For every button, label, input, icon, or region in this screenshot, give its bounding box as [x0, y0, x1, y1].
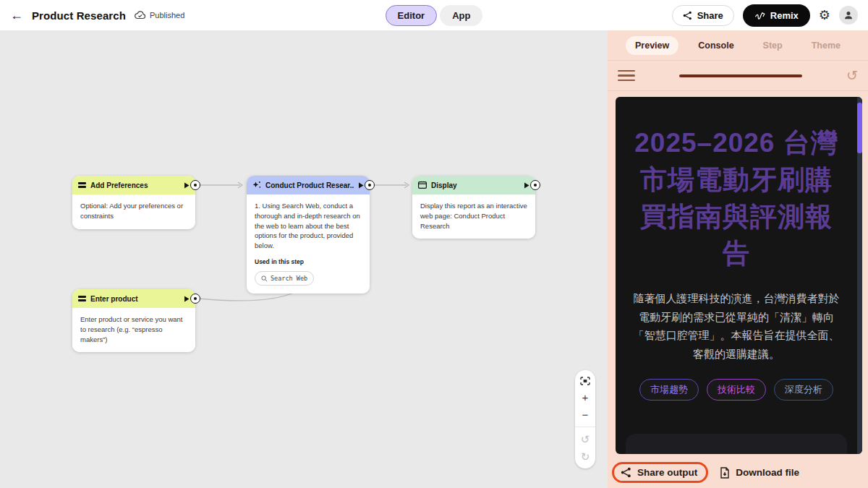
tab-theme[interactable]: Theme: [802, 36, 850, 55]
run-step-button[interactable]: [184, 296, 190, 302]
undo-button[interactable]: ↺: [581, 434, 590, 445]
tab-app[interactable]: App: [440, 5, 482, 26]
top-bar: ← Product Research Published Editor App …: [0, 0, 868, 30]
run-step-button[interactable]: [184, 182, 190, 189]
refresh-icon[interactable]: ↺: [846, 69, 858, 82]
node-conduct-product-research[interactable]: Conduct Product Resear... 1. Using Searc…: [247, 176, 370, 294]
person-icon: [843, 10, 854, 20]
node-header[interactable]: Conduct Product Resear...: [247, 176, 370, 194]
run-step-button[interactable]: [524, 182, 529, 189]
share-output-label: Share output: [637, 467, 697, 478]
preview-scrollbar-track[interactable]: [857, 97, 862, 454]
badge-market-trend: 市場趨勢: [639, 379, 699, 401]
output-port[interactable]: [190, 180, 200, 190]
editor-app-toggle: Editor App: [386, 5, 483, 26]
node-title: Add Preferences: [90, 181, 179, 189]
input-field-icon: [78, 295, 86, 302]
node-header[interactable]: Add Preferences: [72, 176, 195, 194]
share-icon: [621, 467, 631, 478]
used-in-step-label: Used in this step: [255, 257, 362, 266]
panel-tab-bar: Preview Console Step Theme: [608, 30, 868, 61]
settings-gear-icon[interactable]: ⚙: [819, 9, 830, 22]
redo-button[interactable]: ↻: [581, 451, 590, 462]
progress-bar-track: [635, 74, 846, 77]
report-preview-frame[interactable]: 2025–2026 台灣市場電動牙刷購買指南與評測報告 隨著個人護理科技的演進，…: [616, 97, 862, 454]
run-step-button[interactable]: [358, 182, 364, 189]
node-body: Enter product or service you want to res…: [72, 308, 195, 352]
panel-footer: Share output Download file: [608, 457, 868, 488]
progress-bar: [679, 74, 802, 77]
magnifier-icon: [261, 275, 268, 282]
search-web-tool-chip[interactable]: Search Web: [255, 271, 314, 286]
remix-pen-icon: [754, 11, 765, 20]
input-field-icon: [78, 181, 86, 189]
report-content: 2025–2026 台灣市場電動牙刷購買指南與評測報告 隨著個人護理科技的演進，…: [616, 97, 857, 454]
node-add-preferences[interactable]: Add Preferences Optional: Add your prefe…: [72, 176, 195, 229]
fit-to-screen-button[interactable]: [580, 377, 590, 385]
app-window: ← Product Research Published Editor App …: [0, 0, 868, 488]
report-title: 2025–2026 台灣市場電動牙刷購買指南與評測報告: [629, 124, 844, 272]
tab-step[interactable]: Step: [754, 36, 792, 55]
preview-toolbar: ↺: [608, 61, 868, 91]
node-description: Display this report as an interactive we…: [420, 201, 527, 231]
share-output-button[interactable]: Share output: [621, 467, 697, 478]
node-title: Display: [431, 181, 519, 189]
browser-window-icon: [418, 181, 427, 189]
remix-button[interactable]: Remix: [743, 4, 810, 27]
tab-editor[interactable]: Editor: [386, 5, 438, 26]
node-description: Enter product or service you want to res…: [80, 314, 187, 344]
sparkle-icon: [252, 181, 261, 189]
fit-screen-icon: [580, 377, 590, 385]
node-body: Display this report as an interactive we…: [412, 194, 535, 239]
download-file-icon: [720, 467, 730, 479]
node-body: 1. Using Search Web, conduct a thorough …: [247, 194, 370, 294]
download-file-label: Download file: [736, 467, 799, 478]
node-display[interactable]: Display Display this report as an intera…: [412, 176, 535, 239]
page-title: Product Research: [32, 9, 126, 22]
cloud-published-icon: [135, 11, 146, 20]
highlight-annotation: Share output: [612, 462, 708, 483]
node-description: Optional: Add your preferences or constr…: [80, 201, 187, 221]
download-file-button[interactable]: Download file: [720, 467, 799, 479]
report-intro: 隨著個人護理科技的演進，台灣消費者對於電動牙刷的需求已從單純的「清潔」轉向「智慧…: [631, 289, 841, 363]
canvas-zoom-controls: + − ↺ ↻: [575, 370, 595, 468]
report-badges: 市場趨勢 技術比較 深度分析: [616, 379, 857, 401]
share-button[interactable]: Share: [672, 5, 734, 26]
node-header[interactable]: Enter product: [72, 289, 195, 308]
tool-chip-label: Search Web: [271, 274, 307, 283]
output-port[interactable]: [530, 180, 540, 190]
node-enter-product[interactable]: Enter product Enter product or service y…: [72, 289, 195, 352]
remix-label: Remix: [770, 10, 799, 21]
divider: [575, 427, 595, 427]
preview-scrollbar-thumb[interactable]: [857, 103, 862, 153]
badge-tech-compare: 技術比較: [707, 379, 766, 401]
node-body: Optional: Add your preferences or constr…: [72, 194, 195, 229]
workflow-canvas[interactable]: Add Preferences Optional: Add your prefe…: [0, 30, 608, 488]
back-arrow-icon[interactable]: ←: [10, 9, 23, 22]
tab-preview[interactable]: Preview: [626, 36, 678, 55]
share-icon: [683, 11, 692, 20]
share-label: Share: [697, 10, 723, 21]
tab-console[interactable]: Console: [689, 36, 743, 55]
output-port[interactable]: [190, 294, 200, 304]
node-title: Enter product: [90, 295, 179, 303]
badge-deep-analysis: 深度分析: [774, 379, 833, 401]
published-label: Published: [150, 11, 184, 20]
report-section-card: 1. 市場概況與趨勢 (Market Overview) 目前台灣電動牙刷市場正…: [626, 434, 847, 454]
node-header[interactable]: Display: [412, 176, 535, 194]
published-status: Published: [135, 11, 184, 20]
zoom-out-button[interactable]: −: [582, 409, 589, 420]
node-title: Conduct Product Resear...: [265, 181, 354, 189]
node-description: 1. Using Search Web, conduct a thorough …: [255, 201, 362, 251]
user-avatar[interactable]: [839, 6, 858, 25]
output-port[interactable]: [365, 180, 375, 190]
preview-panel: Preview Console Step Theme ↺ 2025–2026 台…: [608, 30, 868, 488]
menu-icon[interactable]: [618, 70, 635, 81]
zoom-in-button[interactable]: +: [582, 392, 589, 403]
